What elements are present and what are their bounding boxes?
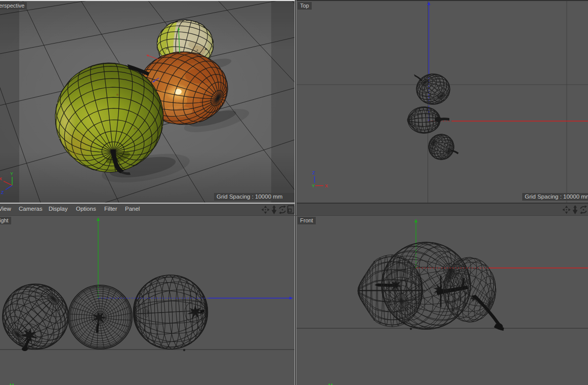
svg-text:X: X: [0, 176, 2, 181]
svg-text:Y: Y: [10, 171, 13, 176]
svg-text:Y: Y: [312, 183, 315, 188]
svg-text:Z: Z: [312, 170, 315, 175]
svg-text:X: X: [325, 183, 328, 188]
svg-text:Z: Z: [1, 190, 4, 195]
